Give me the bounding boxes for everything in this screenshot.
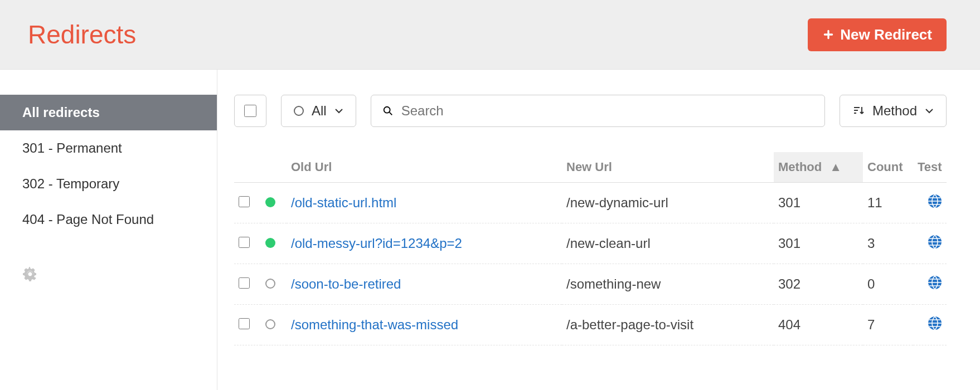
method-value: 302 — [774, 264, 863, 305]
search-input[interactable] — [401, 103, 813, 119]
method-value: 404 — [774, 305, 863, 345]
search-icon — [382, 105, 394, 116]
table-row: /something-that-was-missed/a-better-page… — [234, 305, 947, 345]
col-count[interactable]: Count — [863, 152, 913, 183]
method-value: 301 — [774, 183, 863, 223]
gear-icon[interactable] — [22, 266, 38, 282]
method-value: 301 — [774, 223, 863, 264]
sidebar: All redirects301 - Permanent302 - Tempor… — [0, 70, 217, 390]
select-all-checkbox[interactable] — [244, 105, 256, 117]
table-row: /old-static-url.html/new-dynamic-url3011… — [234, 183, 947, 223]
status-filter-label: All — [312, 103, 327, 119]
globe-icon[interactable] — [928, 275, 942, 290]
page-header: Redirects New Redirect — [0, 0, 980, 70]
circle-icon — [294, 106, 304, 116]
col-test: Test — [913, 152, 947, 183]
col-new-url[interactable]: New Url — [562, 152, 774, 183]
new-url-value: /something-new — [562, 264, 774, 305]
new-url-value: /new-clean-url — [562, 223, 774, 264]
row-checkbox[interactable] — [239, 277, 250, 289]
count-value: 11 — [863, 183, 913, 223]
status-dot-icon — [265, 238, 275, 248]
page-title: Redirects — [28, 20, 136, 50]
table-row: /old-messy-url?id=1234&p=2/new-clean-url… — [234, 223, 947, 264]
new-url-value: /a-better-page-to-visit — [562, 305, 774, 345]
old-url-link[interactable]: /something-that-was-missed — [291, 317, 458, 332]
sort-dropdown[interactable]: Method — [840, 95, 947, 127]
row-checkbox[interactable] — [239, 196, 250, 207]
row-checkbox[interactable] — [239, 237, 250, 248]
search-box — [371, 95, 825, 127]
new-redirect-label: New Redirect — [840, 26, 932, 43]
redirects-table: Old Url New Url Method ▲ Count Test /old… — [234, 152, 947, 345]
row-checkbox[interactable] — [239, 318, 250, 329]
table-row: /soon-to-be-retired/something-new3020 — [234, 264, 947, 305]
sidebar-item[interactable]: 302 - Temporary — [0, 166, 217, 202]
sidebar-item[interactable]: 404 - Page Not Found — [0, 202, 217, 237]
plus-icon — [822, 28, 835, 41]
globe-icon[interactable] — [928, 316, 942, 330]
old-url-link[interactable]: /old-messy-url?id=1234&p=2 — [291, 236, 462, 251]
col-method[interactable]: Method ▲ — [774, 152, 863, 183]
col-old-url[interactable]: Old Url — [287, 152, 562, 183]
toolbar: All Method — [234, 95, 947, 127]
col-method-label: Method — [778, 160, 822, 174]
sidebar-item[interactable]: All redirects — [0, 95, 217, 130]
select-all-wrapper — [234, 95, 266, 127]
sort-icon — [852, 105, 865, 117]
count-value: 7 — [863, 305, 913, 345]
status-filter-dropdown[interactable]: All — [281, 95, 356, 127]
count-value: 3 — [863, 223, 913, 264]
old-url-link[interactable]: /old-static-url.html — [291, 195, 396, 210]
count-value: 0 — [863, 264, 913, 305]
status-dot-icon — [265, 197, 275, 207]
chevron-down-icon — [334, 106, 343, 115]
chevron-down-icon — [925, 106, 934, 115]
globe-icon[interactable] — [928, 194, 942, 208]
globe-icon[interactable] — [928, 235, 942, 249]
sort-label: Method — [872, 103, 917, 119]
main-content: All Method Old Url — [217, 70, 980, 390]
sort-asc-icon: ▲ — [829, 160, 842, 174]
new-url-value: /new-dynamic-url — [562, 183, 774, 223]
status-dot-icon — [265, 279, 275, 289]
sidebar-item[interactable]: 301 - Permanent — [0, 130, 217, 166]
status-dot-icon — [265, 319, 275, 329]
old-url-link[interactable]: /soon-to-be-retired — [291, 276, 401, 291]
new-redirect-button[interactable]: New Redirect — [808, 18, 947, 51]
